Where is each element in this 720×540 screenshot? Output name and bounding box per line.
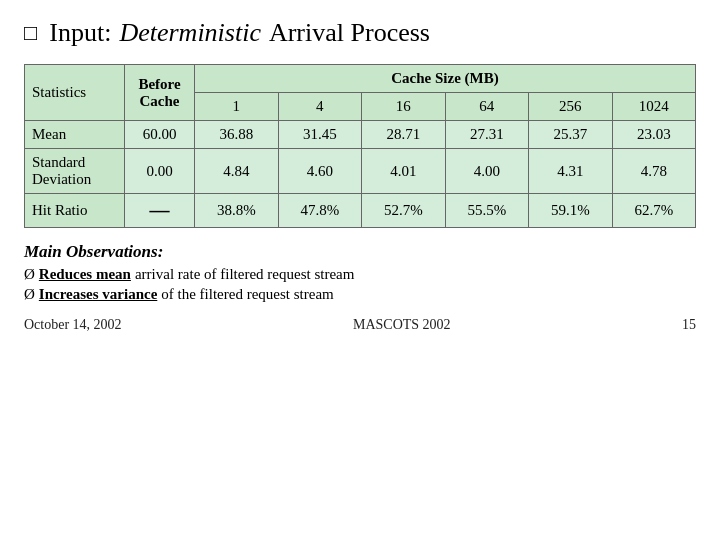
observation-1: Ø Reduces mean arrival rate of filtered …: [24, 266, 696, 283]
cell-0-0: 36.88: [195, 121, 279, 149]
footer-page: 15: [682, 317, 696, 333]
cell-1-2: 4.01: [362, 149, 446, 194]
observations-section: Main Observations: Ø Reduces mean arriva…: [24, 242, 696, 303]
cache-size-4: 4: [278, 93, 362, 121]
row-label-1: Standard Deviation: [25, 149, 125, 194]
observation-2: Ø Increases variance of the filtered req…: [24, 286, 696, 303]
table-row: Mean60.0036.8831.4528.7127.3125.3723.03: [25, 121, 696, 149]
cell-1-0: 4.84: [195, 149, 279, 194]
cell-2-1: 47.8%: [278, 194, 362, 228]
cell-2-5: 62.7%: [612, 194, 696, 228]
col-header-statistics: Statistics: [25, 65, 125, 121]
footer-date: October 14, 2002: [24, 317, 122, 333]
table-row: Hit Ratio—38.8%47.8%52.7%55.5%59.1%62.7%: [25, 194, 696, 228]
cell-0-3: 27.31: [445, 121, 529, 149]
cell-1-5: 4.78: [612, 149, 696, 194]
cell-1-1: 4.60: [278, 149, 362, 194]
title-suffix: Arrival Process: [269, 18, 430, 48]
checkbox-icon: □: [24, 20, 37, 46]
page-title: □ Input: Deterministic Arrival Process: [24, 18, 696, 48]
cache-size-16: 16: [362, 93, 446, 121]
observations-title: Main Observations:: [24, 242, 696, 262]
title-italic: Deterministic: [119, 18, 261, 48]
obs-text-1: arrival rate of filtered request stream: [135, 266, 354, 283]
cell-0-2: 28.71: [362, 121, 446, 149]
title-prefix: Input:: [49, 18, 111, 48]
obs-arrow-1: Ø: [24, 266, 35, 283]
cell-2-4: 59.1%: [529, 194, 613, 228]
row-before-cache-0: 60.00: [125, 121, 195, 149]
cell-0-5: 23.03: [612, 121, 696, 149]
cache-size-1024: 1024: [612, 93, 696, 121]
table-header-row-1: Statistics Before Cache Cache Size (MB): [25, 65, 696, 93]
cache-size-64: 64: [445, 93, 529, 121]
row-before-cache-2: —: [125, 194, 195, 228]
col-header-cache-size: Cache Size (MB): [195, 65, 696, 93]
row-label-0: Mean: [25, 121, 125, 149]
col-header-before-cache: Before Cache: [125, 65, 195, 121]
cell-1-3: 4.00: [445, 149, 529, 194]
obs-bold-1: Reduces mean: [39, 266, 131, 283]
data-table: Statistics Before Cache Cache Size (MB) …: [24, 64, 696, 228]
cell-2-2: 52.7%: [362, 194, 446, 228]
cell-0-1: 31.45: [278, 121, 362, 149]
cell-2-0: 38.8%: [195, 194, 279, 228]
cache-size-256: 256: [529, 93, 613, 121]
row-before-cache-1: 0.00: [125, 149, 195, 194]
cache-size-1: 1: [195, 93, 279, 121]
cell-2-3: 55.5%: [445, 194, 529, 228]
cell-0-4: 25.37: [529, 121, 613, 149]
obs-arrow-2: Ø: [24, 286, 35, 303]
obs-text-2: of the filtered request stream: [161, 286, 333, 303]
obs-bold-2: Increases variance: [39, 286, 157, 303]
footer-conference: MASCOTS 2002: [353, 317, 451, 333]
row-label-2: Hit Ratio: [25, 194, 125, 228]
table-row: Standard Deviation0.004.844.604.014.004.…: [25, 149, 696, 194]
footer: October 14, 2002 MASCOTS 2002 15: [24, 317, 696, 333]
cell-1-4: 4.31: [529, 149, 613, 194]
